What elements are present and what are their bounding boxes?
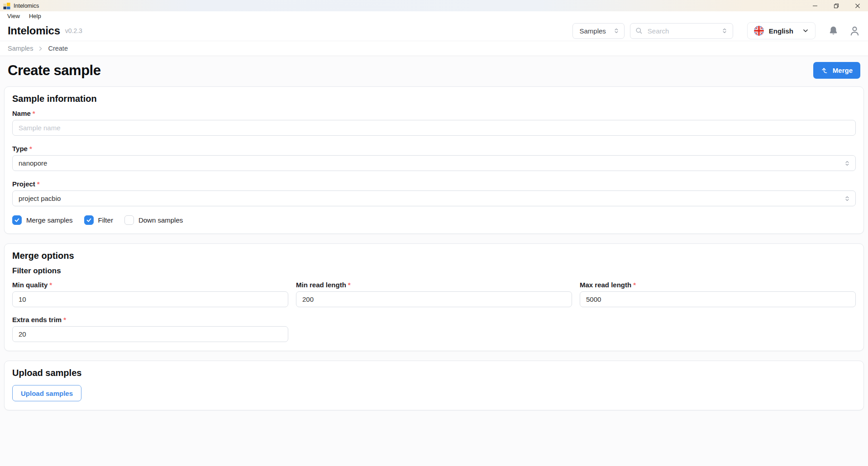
- language-value: English: [769, 27, 793, 35]
- filter-options-heading: Filter options: [12, 266, 856, 276]
- user-icon: [849, 25, 860, 37]
- checkbox-merge-samples[interactable]: Merge samples: [12, 215, 73, 225]
- stepper-icon: [613, 28, 620, 34]
- min-read-length-field-group: Min read length*: [296, 281, 572, 307]
- required-asterisk: *: [633, 281, 636, 289]
- upload-samples-heading: Upload samples: [12, 368, 856, 378]
- required-asterisk: *: [348, 281, 351, 289]
- minimize-icon: [812, 3, 818, 9]
- sample-information-card: Sample information Name* Type* nanopore …: [4, 86, 864, 234]
- checkbox-label: Filter: [98, 216, 113, 224]
- project-field-group: Project* project pacbio: [12, 180, 856, 206]
- app-logo-icon: [3, 2, 10, 10]
- close-button[interactable]: [847, 0, 868, 11]
- name-label: Name*: [12, 109, 856, 117]
- merge-button[interactable]: Merge: [813, 62, 860, 79]
- search-box[interactable]: [630, 23, 733, 39]
- menu-bar: View Help: [0, 11, 868, 21]
- project-select[interactable]: project pacbio: [12, 190, 856, 206]
- required-asterisk: *: [49, 281, 52, 289]
- checkbox-box[interactable]: [84, 215, 94, 225]
- filter-options-grid: Min quality* Min read length* Max read l…: [12, 281, 856, 342]
- version-label: v0.2.3: [65, 27, 82, 34]
- extra-ends-trim-input[interactable]: [12, 326, 288, 342]
- menu-view[interactable]: View: [3, 12, 24, 20]
- min-quality-label: Min quality*: [12, 281, 288, 289]
- min-read-length-input[interactable]: [296, 291, 572, 307]
- restore-button[interactable]: [825, 0, 847, 11]
- breadcrumb-create: Create: [48, 45, 68, 52]
- bell-icon: [828, 25, 839, 37]
- breadcrumb-samples[interactable]: Samples: [8, 45, 33, 52]
- required-asterisk: *: [29, 145, 32, 152]
- notifications-button[interactable]: [828, 25, 839, 37]
- uk-flag-icon: [754, 26, 764, 36]
- checkbox-box[interactable]: [12, 215, 22, 225]
- extra-ends-trim-label: Extra ends trim*: [12, 316, 288, 323]
- required-asterisk: *: [33, 109, 35, 117]
- max-read-length-field-group: Max read length*: [580, 281, 856, 307]
- search-input[interactable]: [647, 27, 717, 35]
- required-asterisk: *: [63, 316, 66, 323]
- checkbox-down-samples[interactable]: Down samples: [124, 215, 183, 225]
- name-input[interactable]: [12, 120, 856, 136]
- merge-icon: [821, 67, 829, 74]
- merge-options-heading: Merge options: [12, 251, 856, 261]
- menu-help[interactable]: Help: [24, 12, 46, 20]
- type-label: Type*: [12, 145, 856, 152]
- name-field-group: Name*: [12, 109, 856, 136]
- checkbox-box[interactable]: [124, 215, 134, 225]
- window-title: Intelomics: [14, 3, 39, 9]
- search-icon: [635, 27, 643, 34]
- header-actions: Samples: [572, 22, 860, 39]
- close-icon: [855, 3, 860, 9]
- sample-options-row: Merge samples Filter Down samples: [12, 215, 856, 225]
- type-field-group: Type* nanopore: [12, 145, 856, 171]
- chevron-right-icon: [38, 46, 43, 52]
- checkbox-label: Merge samples: [26, 216, 73, 224]
- project-label: Project*: [12, 180, 856, 188]
- checkbox-filter[interactable]: Filter: [84, 215, 113, 225]
- merge-button-label: Merge: [833, 67, 853, 74]
- titlebar: Intelomics: [0, 0, 868, 11]
- check-icon: [14, 217, 20, 223]
- stepper-icon: [844, 160, 850, 166]
- type-select-value: nanopore: [19, 159, 844, 167]
- type-select[interactable]: nanopore: [12, 155, 856, 171]
- user-menu-button[interactable]: [849, 25, 860, 37]
- checkbox-label: Down samples: [138, 216, 183, 224]
- page-title: Create sample: [8, 62, 100, 79]
- restore-icon: [834, 3, 839, 9]
- chevron-down-icon: [802, 28, 809, 34]
- min-read-length-label: Min read length*: [296, 281, 572, 289]
- brand-title: Intelomics: [8, 24, 60, 37]
- window-controls: [804, 0, 868, 11]
- scope-select-value: Samples: [579, 27, 606, 35]
- upload-samples-button[interactable]: Upload samples: [12, 385, 81, 401]
- check-icon: [86, 217, 92, 223]
- app-header: Intelomics v0.2.3 Samples: [0, 21, 868, 41]
- max-read-length-label: Max read length*: [580, 281, 856, 289]
- page-head: Create sample Merge: [0, 56, 868, 86]
- stepper-icon: [721, 28, 728, 34]
- min-quality-field-group: Min quality*: [12, 281, 288, 307]
- merge-options-card: Merge options Filter options Min quality…: [4, 243, 864, 351]
- language-select[interactable]: English: [747, 22, 816, 39]
- breadcrumb: Samples Create: [0, 41, 868, 56]
- minimize-button[interactable]: [804, 0, 825, 11]
- scope-select[interactable]: Samples: [572, 23, 624, 39]
- project-select-value: project pacbio: [19, 195, 844, 202]
- sample-information-heading: Sample information: [12, 94, 856, 104]
- stepper-icon: [844, 195, 850, 202]
- required-asterisk: *: [37, 180, 40, 188]
- extra-ends-trim-field-group: Extra ends trim*: [12, 316, 288, 342]
- max-read-length-input[interactable]: [580, 291, 856, 307]
- page-content: Create sample Merge Sample information N…: [0, 56, 868, 410]
- min-quality-input[interactable]: [12, 291, 288, 307]
- upload-samples-card: Upload samples Upload samples: [4, 361, 864, 410]
